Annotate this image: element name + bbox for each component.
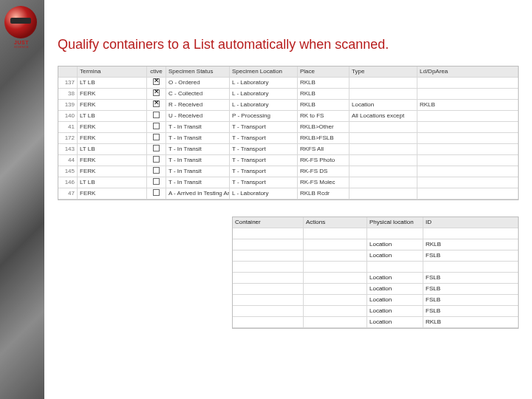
cell-type <box>349 155 417 166</box>
cell-active[interactable] <box>147 133 166 143</box>
cell-location: P - Processing <box>230 111 298 121</box>
rules-grid-row[interactable]: 146LT LBT - In TransitT - TransportRK-FS… <box>58 177 518 188</box>
col-status[interactable]: Specimen Status <box>166 66 230 77</box>
cell-id: 41 <box>58 122 78 132</box>
col-location[interactable]: Specimen Location <box>230 66 298 77</box>
cell-container-id: FSLB <box>423 306 450 316</box>
container-grid-header: Container Actions Physical location ID <box>233 217 518 228</box>
cell-container-id: FSLB <box>423 273 450 283</box>
cell-active[interactable] <box>147 188 166 199</box>
cell-ld <box>417 133 465 143</box>
cell-terminal: FERK <box>78 188 147 199</box>
cell-terminal: FERK <box>78 166 147 177</box>
rules-grid-row[interactable]: 143LT LBT - In TransitT - TransportRKFS … <box>58 144 518 155</box>
rules-grid-row[interactable]: 47FERKA - Arrived in Testing AreaL - Lab… <box>58 188 518 200</box>
col-ld[interactable]: Ld/DpArea <box>417 66 465 77</box>
container-grid-row[interactable]: LocationRKLB <box>233 317 518 328</box>
col-id[interactable] <box>58 66 78 77</box>
rules-grid-row[interactable]: 172FERKT - In TransitT - TransportRKLB>F… <box>58 133 518 144</box>
cell-status: T - In Transit <box>166 166 230 177</box>
cell-active[interactable] <box>147 155 166 166</box>
col-container-id[interactable]: ID <box>423 217 450 228</box>
col-container[interactable]: Container <box>233 217 304 228</box>
cell-actions <box>304 273 367 283</box>
col-physical-location[interactable]: Physical location <box>367 217 423 228</box>
cell-container-id: FSLB <box>423 295 450 305</box>
checkbox-icon[interactable] <box>153 134 160 140</box>
cell-active[interactable] <box>147 166 166 177</box>
col-place[interactable]: Place <box>298 66 349 77</box>
container-grid-row[interactable]: LocationFSLB <box>233 295 518 306</box>
cell-terminal: LT LB <box>78 177 147 188</box>
checkbox-icon[interactable] <box>153 178 160 185</box>
checkbox-icon[interactable] <box>153 123 160 129</box>
cell-type <box>349 177 417 188</box>
rules-grid-row[interactable]: 140LT LBU - ReceivedP - ProcessingRK to … <box>58 111 518 122</box>
cell-physical-location: Location <box>367 250 423 261</box>
checkbox-icon[interactable] <box>153 156 160 163</box>
cell-container <box>233 273 304 283</box>
rules-grid-row[interactable]: 44FERKT - In TransitT - TransportRK-FS P… <box>58 155 518 166</box>
rules-grid-row[interactable]: 145FERKT - In TransitT - TransportRK-FS … <box>58 166 518 177</box>
checkbox-icon[interactable] <box>153 89 160 96</box>
cell-active[interactable] <box>147 122 166 132</box>
container-grid-row[interactable]: LocationFSLB <box>233 306 518 317</box>
cell-physical-location: Location <box>367 239 423 250</box>
col-actions[interactable]: Actions <box>304 217 367 228</box>
cell-id: 172 <box>58 133 78 143</box>
brand-logo-subtext: SCIENCE <box>4 45 38 49</box>
cell-status: C - Collected <box>166 89 230 99</box>
cell-type <box>349 188 417 199</box>
cell-actions <box>304 239 367 250</box>
container-grid-row[interactable]: LocationFSLB <box>233 273 518 284</box>
checkbox-icon[interactable] <box>153 112 160 118</box>
cell-ld <box>417 122 465 132</box>
cell-status: T - In Transit <box>166 133 230 143</box>
cell-active[interactable] <box>147 177 166 188</box>
page-title: Qualify containers to a List automatical… <box>58 37 519 52</box>
cell-ld <box>417 89 465 99</box>
cell-type <box>349 89 417 99</box>
rules-grid-row[interactable]: 38FERKC - CollectedL - LaboratoryRKLB <box>58 89 518 100</box>
cell-place: RK-FS Molec <box>298 177 349 188</box>
container-grid-row[interactable]: LocationFSLB <box>233 284 518 295</box>
checkbox-icon[interactable] <box>153 189 160 196</box>
cell-terminal: FERK <box>78 133 147 143</box>
cell-physical-location: Location <box>367 273 423 283</box>
checkbox-icon[interactable] <box>153 100 160 107</box>
cell-actions <box>304 306 367 316</box>
container-grid-row[interactable]: LocationRKLB <box>233 239 518 250</box>
cell-active[interactable] <box>147 78 166 88</box>
cell-active[interactable] <box>147 100 166 110</box>
brand-logo-text: JUST <box>4 40 38 45</box>
cell-actions <box>304 295 367 305</box>
col-terminal[interactable]: Termina <box>78 66 147 77</box>
cell-location: T - Transport <box>230 155 298 166</box>
cell-terminal: LT LB <box>78 78 147 88</box>
cell-location: L - Laboratory <box>230 89 298 99</box>
rules-grid-row[interactable]: 137LT LBO - OrderedL - LaboratoryRKLB <box>58 78 518 89</box>
cell-place: RK-FS DS <box>298 166 349 177</box>
cell-active[interactable] <box>147 111 166 121</box>
rules-grid-row[interactable]: 139FERKR - ReceivedL - LaboratoryRKLBLoc… <box>58 100 518 111</box>
col-active[interactable]: ctive <box>147 66 166 77</box>
checkbox-icon[interactable] <box>153 167 160 174</box>
cell-id: 145 <box>58 166 78 177</box>
cell-location: T - Transport <box>230 122 298 132</box>
cell-active[interactable] <box>147 144 166 154</box>
col-type[interactable]: Type <box>349 66 417 77</box>
cell-ld: RKLB <box>417 100 465 110</box>
checkbox-icon[interactable] <box>153 78 160 85</box>
cell-id: 44 <box>58 155 78 166</box>
cell-place: RKFS All <box>298 144 349 154</box>
checkbox-icon[interactable] <box>153 145 160 151</box>
container-grid-row[interactable]: LocationFSLB <box>233 250 518 262</box>
cell-container-id: RKLB <box>423 317 450 327</box>
rules-grid-row[interactable]: 41FERKT - In TransitT - TransportRKLB>Ot… <box>58 122 518 133</box>
cell-location: T - Transport <box>230 144 298 154</box>
cell-physical-location: Location <box>367 317 423 327</box>
cell-active[interactable] <box>147 89 166 99</box>
cell-id: 143 <box>58 144 78 154</box>
cell-location: T - Transport <box>230 177 298 188</box>
cell-container-id: FSLB <box>423 284 450 294</box>
